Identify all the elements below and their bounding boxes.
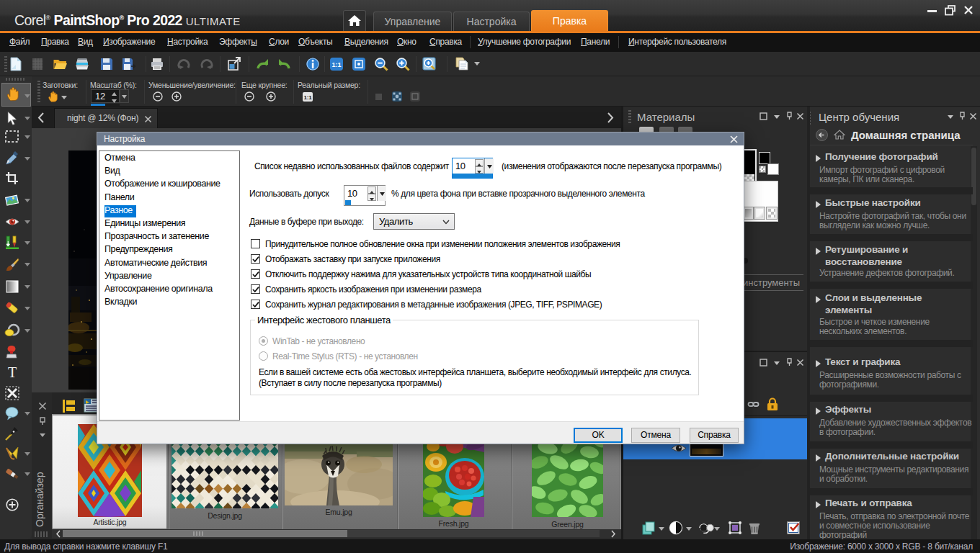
svg-text:T: T — [8, 364, 17, 380]
svg-text:1:1: 1:1 — [304, 94, 313, 101]
svg-text:1:1: 1:1 — [331, 61, 341, 68]
